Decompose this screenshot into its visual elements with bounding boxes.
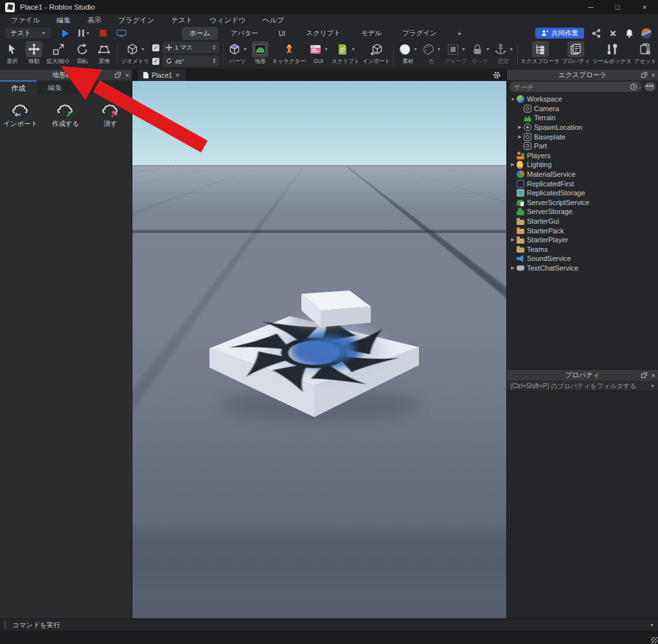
tree-item-startergui[interactable]: StarterGui [507,217,658,226]
rotate-tool-button[interactable]: 回転 [71,40,93,69]
expand-arrow[interactable]: ▶ [510,237,516,242]
menu-test[interactable]: テスト [163,15,201,25]
tree-item-camera[interactable]: Camera [507,104,658,114]
explorer-panel-button[interactable]: エクスプローラ [520,40,561,69]
close-tab-icon[interactable]: × [175,71,179,79]
select-tool-button[interactable]: 選択 [1,40,23,69]
float-panel-icon[interactable] [641,371,648,379]
move-snap-checkbox[interactable]: ✓ [152,44,159,51]
lock-button[interactable]: ▼ ロック [468,40,492,69]
tree-item-starterpack[interactable]: StarterPack [507,226,658,235]
group-button[interactable]: ▼ グループ [443,40,468,69]
move-tool-button[interactable]: 移動 [23,40,45,69]
tree-item-replicatedstorage[interactable]: ReplicatedStorage [507,188,658,198]
drag-handle-icon[interactable] [4,622,6,629]
tree-item-starterplayer[interactable]: ▶StarterPlayer [507,235,658,245]
tab-home[interactable]: ホーム [182,27,218,40]
tree-item-materialservice[interactable]: MaterialService [507,170,658,179]
expand-arrow[interactable]: ▶ [517,125,523,130]
stepper-arrows-icon[interactable]: ▲▼ [212,58,216,64]
tree-item-textchatservice[interactable]: ▶TextChatService [507,264,658,273]
menu-edit[interactable]: 編集 [48,15,79,25]
terrain-import-button[interactable]: インポート [3,101,39,612]
expand-arrow[interactable]: ▶ [510,162,516,167]
command-input[interactable] [11,620,645,629]
float-panel-icon[interactable] [114,71,121,78]
test-mode-dropdown[interactable]: テスト ▼ [5,28,51,39]
close-panel-icon[interactable]: × [125,71,129,79]
tree-item-soundservice[interactable]: SoundService [507,254,658,264]
transform-tool-button[interactable]: 変換 [93,40,115,69]
pause-button[interactable]: ▼ [78,30,90,37]
expand-arrow[interactable]: ▼ [510,97,516,102]
properties-panel-button[interactable]: プロパティ [560,40,591,69]
menu-view[interactable]: 表示 [79,15,110,25]
gui-button[interactable]: ▼ GUI [307,40,330,69]
properties-filter-input[interactable]: ▼ [507,380,658,391]
device-emulator-icon[interactable] [116,30,127,37]
explorer-search-input[interactable] [510,82,642,92]
float-panel-icon[interactable] [641,71,648,78]
stop-button[interactable] [100,30,107,37]
stepper-arrows-icon[interactable]: ▲▼ [212,44,216,51]
more-options-button[interactable]: ••• [645,82,655,91]
tree-item-serverstorage[interactable]: ServerStorage [507,207,658,217]
expand-arrow[interactable]: ▶ [510,265,516,271]
close-panel-icon[interactable]: × [652,71,655,79]
rotate-snap-checkbox[interactable]: ✓ [152,58,159,65]
tab-add[interactable]: + [450,28,469,39]
3d-canvas[interactable] [132,81,506,618]
chevron-down-icon[interactable]: ▼ [650,623,654,627]
collaborate-button[interactable]: 共同作業 [535,28,584,39]
assets-panel-button[interactable]: アセット [632,40,658,69]
menu-file[interactable]: ファイル [3,15,48,25]
parts-button[interactable]: ▼ パーツ [226,40,249,69]
geometry-dropdown-button[interactable]: ▼ ジオメトリ [120,40,150,69]
viewport-settings-gear-icon[interactable] [492,71,501,80]
connect-icon[interactable] [609,29,618,38]
play-button[interactable] [62,30,69,37]
notifications-bell-icon[interactable] [625,29,634,38]
tree-item-baseplate[interactable]: ▶Baseplate [507,132,658,141]
tab-avatar[interactable]: アバター [223,27,266,40]
anchor-button[interactable]: ▼ 固定 [492,40,515,69]
toolbox-panel-button[interactable]: ツールボックス [591,40,632,69]
share-icon[interactable] [592,29,601,38]
tab-script[interactable]: スクリプト [298,27,348,40]
viewport-tab-place1[interactable]: Place1 × [138,69,186,81]
tab-create[interactable]: 作成 [0,80,37,94]
menu-plugins[interactable]: プラグイン [110,15,163,25]
resize-grip[interactable] [651,637,657,643]
tree-item-serverscriptservice[interactable]: ServerScriptService [507,198,658,208]
script-button[interactable]: ▼ スクリプト [330,40,361,69]
tab-plugins[interactable]: プラグイン [395,27,445,40]
tree-item-workspace[interactable]: ▼Workspace [507,94,658,104]
tree-item-teams[interactable]: Teams [507,245,658,255]
tab-model[interactable]: モデル [353,27,389,40]
terrain-clear-button[interactable]: 消す [93,101,129,612]
tab-ui[interactable]: UI [271,28,294,39]
menu-help[interactable]: ヘルプ [254,15,292,25]
minimize-button[interactable]: ─ [577,0,604,14]
history-icon[interactable] [630,83,637,91]
tree-item-players[interactable]: Players [507,151,658,161]
move-snap-stepper[interactable]: 1 マス ▲▼ [163,42,219,53]
tree-item-spawnlocation[interactable]: ▶SpawnLocation [507,123,658,132]
close-panel-icon[interactable]: × [652,371,655,379]
tree-item-terrain[interactable]: Terrain [507,113,658,123]
scale-tool-button[interactable]: 拡大/縮小 [45,40,71,69]
maximize-button[interactable]: □ [604,0,631,14]
import-button[interactable]: インポート [361,40,392,69]
tree-item-lighting[interactable]: ▶Lighting [507,160,658,170]
color-button[interactable]: ▼ 色 [420,40,443,69]
material-button[interactable]: ▼ 素材 [396,40,419,69]
character-button[interactable]: キャラクター [271,40,307,69]
rotate-snap-stepper[interactable]: 45° ▲▼ [163,55,219,67]
expand-arrow[interactable]: ▶ [517,134,523,139]
tree-item-replicatedfirst[interactable]: ReplicatedFirst [507,179,658,188]
terrain-generate-button[interactable]: 作成する [48,101,84,612]
user-avatar[interactable] [641,28,652,39]
menu-window[interactable]: ウィンドウ [201,15,254,25]
terrain-button[interactable]: 地形 [249,40,271,69]
tree-item-part[interactable]: Part [507,141,658,151]
